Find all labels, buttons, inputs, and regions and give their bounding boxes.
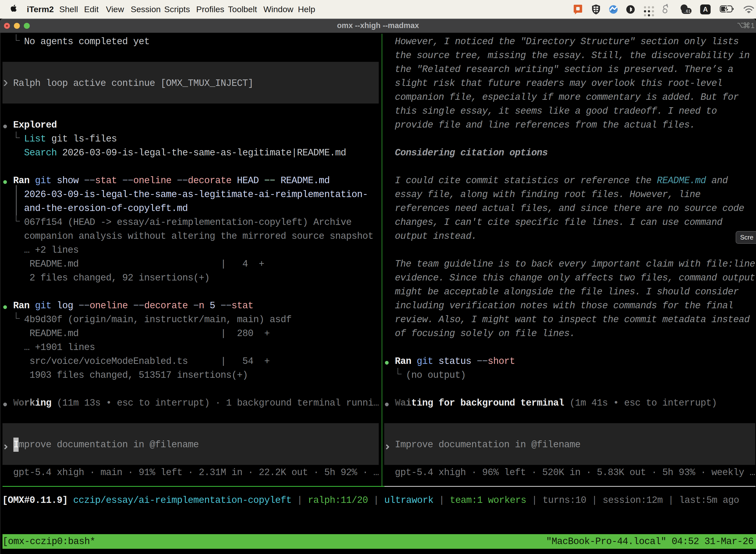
- svg-text:..61: ..61: [684, 9, 691, 14]
